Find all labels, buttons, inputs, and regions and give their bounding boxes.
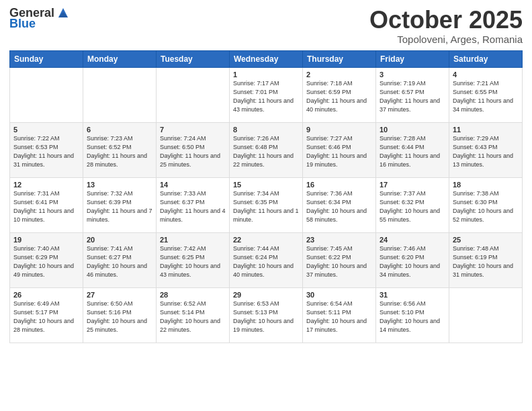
col-tuesday: Tuesday <box>157 50 230 67</box>
day-number: 15 <box>233 181 299 189</box>
table-row <box>449 287 523 342</box>
col-wednesday: Wednesday <box>230 50 303 67</box>
table-row: 5Sunrise: 7:22 AMSunset: 6:53 PMDaylight… <box>10 122 83 177</box>
day-info: Sunrise: 6:56 AMSunset: 5:10 PMDaylight:… <box>380 300 440 333</box>
day-info: Sunrise: 7:21 AMSunset: 6:55 PMDaylight:… <box>453 80 513 113</box>
day-number: 13 <box>87 181 152 189</box>
day-number: 5 <box>13 126 79 134</box>
table-row: 11Sunrise: 7:29 AMSunset: 6:43 PMDayligh… <box>449 122 523 177</box>
calendar-week-row: 12Sunrise: 7:31 AMSunset: 6:41 PMDayligh… <box>10 177 523 232</box>
table-row: 2Sunrise: 7:18 AMSunset: 6:59 PMDaylight… <box>303 67 376 122</box>
day-info: Sunrise: 7:19 AMSunset: 6:57 PMDaylight:… <box>380 80 440 113</box>
day-number: 8 <box>233 126 299 134</box>
day-info: Sunrise: 7:38 AMSunset: 6:30 PMDaylight:… <box>453 190 513 223</box>
day-number: 22 <box>233 236 299 244</box>
day-number: 2 <box>306 71 372 79</box>
day-number: 23 <box>306 236 372 244</box>
table-row: 1Sunrise: 7:17 AMSunset: 7:01 PMDaylight… <box>230 67 303 122</box>
logo: General Blue <box>9 7 71 31</box>
month-title: October 2025 <box>369 7 523 34</box>
day-number: 4 <box>453 71 519 79</box>
day-info: Sunrise: 7:42 AMSunset: 6:25 PMDaylight:… <box>160 245 220 278</box>
calendar-header-row: Sunday Monday Tuesday Wednesday Thursday… <box>10 50 523 67</box>
day-info: Sunrise: 7:33 AMSunset: 6:37 PMDaylight:… <box>160 190 226 223</box>
day-number: 1 <box>233 71 299 79</box>
table-row: 21Sunrise: 7:42 AMSunset: 6:25 PMDayligh… <box>157 232 230 287</box>
day-number: 29 <box>233 291 299 299</box>
day-number: 11 <box>453 126 519 134</box>
table-row: 22Sunrise: 7:44 AMSunset: 6:24 PMDayligh… <box>230 232 303 287</box>
calendar-week-row: 26Sunrise: 6:49 AMSunset: 5:17 PMDayligh… <box>10 287 523 342</box>
header: General Blue October 2025 Topoloveni, Ar… <box>9 7 523 45</box>
day-info: Sunrise: 7:48 AMSunset: 6:19 PMDaylight:… <box>453 245 513 278</box>
day-info: Sunrise: 7:22 AMSunset: 6:53 PMDaylight:… <box>13 135 74 168</box>
logo-blue-text: Blue <box>9 17 36 31</box>
col-monday: Monday <box>83 50 157 67</box>
table-row: 10Sunrise: 7:28 AMSunset: 6:44 PMDayligh… <box>376 122 449 177</box>
day-info: Sunrise: 7:46 AMSunset: 6:20 PMDaylight:… <box>380 245 440 278</box>
day-number: 21 <box>160 236 226 244</box>
day-number: 25 <box>453 236 519 244</box>
day-info: Sunrise: 7:41 AMSunset: 6:27 PMDaylight:… <box>87 245 147 278</box>
table-row: 13Sunrise: 7:32 AMSunset: 6:39 PMDayligh… <box>83 177 157 232</box>
day-number: 10 <box>380 126 445 134</box>
day-info: Sunrise: 7:31 AMSunset: 6:41 PMDaylight:… <box>13 190 74 223</box>
calendar-table: Sunday Monday Tuesday Wednesday Thursday… <box>9 50 523 343</box>
day-info: Sunrise: 6:52 AMSunset: 5:14 PMDaylight:… <box>160 300 220 333</box>
table-row: 14Sunrise: 7:33 AMSunset: 6:37 PMDayligh… <box>157 177 230 232</box>
table-row: 6Sunrise: 7:23 AMSunset: 6:52 PMDaylight… <box>83 122 157 177</box>
table-row: 17Sunrise: 7:37 AMSunset: 6:32 PMDayligh… <box>376 177 449 232</box>
day-number: 26 <box>13 291 79 299</box>
table-row: 18Sunrise: 7:38 AMSunset: 6:30 PMDayligh… <box>449 177 523 232</box>
col-saturday: Saturday <box>449 50 523 67</box>
table-row <box>10 67 83 122</box>
table-row: 4Sunrise: 7:21 AMSunset: 6:55 PMDaylight… <box>449 67 523 122</box>
day-number: 27 <box>87 291 152 299</box>
day-number: 6 <box>87 126 152 134</box>
table-row: 8Sunrise: 7:26 AMSunset: 6:48 PMDaylight… <box>230 122 303 177</box>
logo-icon <box>56 5 71 20</box>
day-number: 9 <box>306 126 372 134</box>
day-number: 19 <box>13 236 79 244</box>
day-info: Sunrise: 7:18 AMSunset: 6:59 PMDaylight:… <box>306 80 367 113</box>
table-row: 24Sunrise: 7:46 AMSunset: 6:20 PMDayligh… <box>376 232 449 287</box>
location-title: Topoloveni, Arges, Romania <box>369 34 523 45</box>
col-thursday: Thursday <box>303 50 376 67</box>
table-row <box>83 67 157 122</box>
page: General Blue October 2025 Topoloveni, Ar… <box>0 0 532 411</box>
day-number: 16 <box>306 181 372 189</box>
day-number: 31 <box>380 291 445 299</box>
table-row: 27Sunrise: 6:50 AMSunset: 5:16 PMDayligh… <box>83 287 157 342</box>
table-row: 7Sunrise: 7:24 AMSunset: 6:50 PMDaylight… <box>157 122 230 177</box>
table-row: 23Sunrise: 7:45 AMSunset: 6:22 PMDayligh… <box>303 232 376 287</box>
day-number: 12 <box>13 181 79 189</box>
table-row: 9Sunrise: 7:27 AMSunset: 6:46 PMDaylight… <box>303 122 376 177</box>
table-row: 15Sunrise: 7:34 AMSunset: 6:35 PMDayligh… <box>230 177 303 232</box>
day-number: 30 <box>306 291 372 299</box>
day-info: Sunrise: 6:53 AMSunset: 5:13 PMDaylight:… <box>233 300 294 333</box>
calendar-week-row: 19Sunrise: 7:40 AMSunset: 6:29 PMDayligh… <box>10 232 523 287</box>
table-row: 28Sunrise: 6:52 AMSunset: 5:14 PMDayligh… <box>157 287 230 342</box>
day-info: Sunrise: 7:34 AMSunset: 6:35 PMDaylight:… <box>233 190 299 223</box>
table-row: 26Sunrise: 6:49 AMSunset: 5:17 PMDayligh… <box>10 287 83 342</box>
table-row: 3Sunrise: 7:19 AMSunset: 6:57 PMDaylight… <box>376 67 449 122</box>
day-info: Sunrise: 7:32 AMSunset: 6:39 PMDaylight:… <box>87 190 152 223</box>
col-sunday: Sunday <box>10 50 83 67</box>
table-row <box>157 67 230 122</box>
day-number: 24 <box>380 236 445 244</box>
day-number: 7 <box>160 126 226 134</box>
day-info: Sunrise: 7:44 AMSunset: 6:24 PMDaylight:… <box>233 245 294 278</box>
table-row: 25Sunrise: 7:48 AMSunset: 6:19 PMDayligh… <box>449 232 523 287</box>
table-row: 16Sunrise: 7:36 AMSunset: 6:34 PMDayligh… <box>303 177 376 232</box>
title-block: October 2025 Topoloveni, Arges, Romania <box>369 7 523 45</box>
day-info: Sunrise: 7:24 AMSunset: 6:50 PMDaylight:… <box>160 135 220 168</box>
day-number: 3 <box>380 71 445 79</box>
table-row: 29Sunrise: 6:53 AMSunset: 5:13 PMDayligh… <box>230 287 303 342</box>
col-friday: Friday <box>376 50 449 67</box>
calendar-week-row: 1Sunrise: 7:17 AMSunset: 7:01 PMDaylight… <box>10 67 523 122</box>
day-info: Sunrise: 7:36 AMSunset: 6:34 PMDaylight:… <box>306 190 367 223</box>
day-info: Sunrise: 7:27 AMSunset: 6:46 PMDaylight:… <box>306 135 367 168</box>
day-info: Sunrise: 6:54 AMSunset: 5:11 PMDaylight:… <box>306 300 367 333</box>
day-number: 18 <box>453 181 519 189</box>
day-info: Sunrise: 6:49 AMSunset: 5:17 PMDaylight:… <box>13 300 74 333</box>
